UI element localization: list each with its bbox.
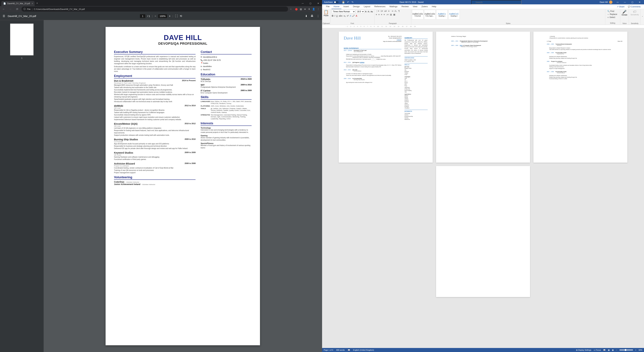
minimize-icon[interactable]: — xyxy=(299,1,307,6)
italic-icon[interactable]: I xyxy=(334,15,335,17)
ribbon-tab-view[interactable]: View xyxy=(411,4,420,9)
style-normal[interactable]: AaBbCcDc¶ Normal xyxy=(412,10,424,20)
toggle-icon[interactable] xyxy=(334,1,338,3)
underline-icon[interactable]: U xyxy=(336,15,338,17)
indent-left-icon[interactable]: ⇤ xyxy=(388,10,390,12)
collapse-ribbon-icon[interactable]: ⌃ xyxy=(642,16,643,18)
zoom-slider[interactable] xyxy=(620,350,633,350)
strikethrough-icon[interactable]: abc xyxy=(339,15,343,17)
text-effects-icon[interactable]: A xyxy=(350,15,351,17)
ribbon-tab-home[interactable]: Home xyxy=(332,4,342,9)
ext-icon[interactable]: ⬤ xyxy=(295,8,298,11)
ribbon-tab-review[interactable]: Review xyxy=(400,4,411,9)
zoom-out-icon[interactable]: − xyxy=(154,15,156,18)
bullets-icon[interactable]: ⋮≡ xyxy=(376,10,379,12)
minimize-icon[interactable]: — xyxy=(621,1,628,3)
paste-label[interactable]: Paste xyxy=(324,15,329,17)
star-icon[interactable]: ☆ xyxy=(290,8,292,10)
replace-button[interactable]: ↔ Replace xyxy=(606,13,619,16)
ext-icon[interactable]: ★ xyxy=(304,8,306,11)
ribbon-tab-layout[interactable]: Layout xyxy=(362,4,372,9)
shrink-font-icon[interactable]: A↓ xyxy=(368,11,370,13)
fit-page-icon[interactable]: ⛶ xyxy=(175,15,178,18)
read-mode-icon[interactable]: 📖 xyxy=(603,349,606,351)
font-name-select[interactable]: Times New Roman xyxy=(332,10,355,14)
ribbon-tab-mailings[interactable]: Mailings xyxy=(388,4,400,9)
reload-icon[interactable]: ⟳ xyxy=(15,8,20,11)
page-indicator[interactable]: Page 1 of 4 xyxy=(324,349,333,351)
line-spacing-icon[interactable]: ↕≡ xyxy=(386,13,388,16)
select-button[interactable]: ▭ Select xyxy=(606,16,619,19)
align-right-icon[interactable]: ≡ xyxy=(381,13,382,16)
word-count[interactable]: 400 words xyxy=(336,349,345,351)
grow-font-icon[interactable]: A↑ xyxy=(365,11,367,13)
ribbon-tab-design[interactable]: Design xyxy=(351,4,362,9)
rotate-icon[interactable]: ⟲ xyxy=(180,15,182,18)
document-canvas[interactable]: Dave Hill Tel: +353 (0) 87 254 3170 Emai… xyxy=(322,28,644,348)
ext-icon[interactable]: ⬇ xyxy=(308,8,310,11)
more-icon[interactable]: ⋮ xyxy=(317,15,320,18)
address-bar[interactable]: ⓘ File | C:/Users/david/Downloads/DaveHi… xyxy=(22,7,288,12)
shading-icon[interactable]: ▨ xyxy=(390,13,392,16)
redo-icon[interactable]: ↷ xyxy=(352,1,354,4)
page-current-input[interactable]: 1 xyxy=(140,14,145,18)
profile-icon[interactable]: 👤 xyxy=(312,8,315,11)
ribbon-tab-references[interactable]: References xyxy=(372,4,387,9)
zoom-level[interactable]: 100% xyxy=(158,14,167,18)
maximize-icon[interactable]: ▢ xyxy=(307,1,314,6)
show-marks-icon[interactable]: ¶ xyxy=(398,10,400,12)
user-block[interactable]: Dave Hill xyxy=(600,1,614,4)
close-icon[interactable]: ✕ xyxy=(636,1,643,3)
font-size-select[interactable]: 18.5 xyxy=(356,10,364,14)
change-case-icon[interactable]: Aa xyxy=(370,11,373,13)
highlight-icon[interactable]: 🖍 xyxy=(352,15,355,17)
borders-icon[interactable]: ▦ xyxy=(393,13,395,16)
ribbon-tab-insert[interactable]: Insert xyxy=(342,4,351,9)
print-icon[interactable]: 🖶 xyxy=(311,15,313,18)
find-button[interactable]: 🔍 Find xyxy=(606,10,619,13)
menu-icon[interactable]: ☰ xyxy=(3,15,5,18)
maximize-icon[interactable]: ▢ xyxy=(628,1,636,3)
paste-icon[interactable]: 📋 xyxy=(324,10,329,15)
multilevel-icon[interactable]: a≡ xyxy=(384,10,387,12)
spell-check-icon[interactable]: 📖 xyxy=(348,349,350,351)
zoom-percent[interactable]: 60% xyxy=(639,349,642,351)
bold-icon[interactable]: B xyxy=(332,15,334,17)
dictate-icon[interactable]: 🎤 xyxy=(622,10,628,14)
focus-mode[interactable]: ▭ Focus xyxy=(594,349,601,351)
save-icon[interactable]: 💾 xyxy=(342,1,345,4)
font-color-icon[interactable]: A xyxy=(356,15,357,17)
indent-right-icon[interactable]: ⇥ xyxy=(392,10,393,12)
new-tab-button[interactable]: + xyxy=(34,0,40,6)
web-layout-icon[interactable]: ▦ xyxy=(612,349,614,351)
print-layout-icon[interactable]: ▦ xyxy=(608,349,610,351)
back-icon[interactable]: ← xyxy=(1,8,6,11)
menu-icon[interactable]: ⋮ xyxy=(317,8,320,11)
forward-icon[interactable]: → xyxy=(8,8,13,11)
style-heading2[interactable]: AaBbCcCHeading 2 xyxy=(448,10,460,20)
style-heading1[interactable]: AaBbCcHeading 1 xyxy=(436,10,448,20)
download-icon[interactable]: ⬇ xyxy=(305,15,307,18)
page-thumbnail[interactable] xyxy=(10,24,34,55)
share-button[interactable]: ↗ Share xyxy=(616,5,626,9)
close-icon[interactable]: ✕ xyxy=(314,1,322,6)
subscript-icon[interactable]: x₂ xyxy=(344,15,346,17)
style-nospac[interactable]: AaBbCcDc¶ No Spac... xyxy=(424,10,436,20)
ext-icon[interactable]: ▦ xyxy=(300,8,302,11)
ruler[interactable]: · · 1 · · · 2 · · · 3 · · · 4 · · · 5 · … xyxy=(322,25,644,28)
browser-tab[interactable]: 📄 DaveHill_CV_Mar_20.pdf ✕ xyxy=(1,1,34,6)
sort-icon[interactable]: A↓ xyxy=(394,10,397,12)
close-tab-icon[interactable]: ✕ xyxy=(32,2,33,5)
undo-icon[interactable]: ↶ xyxy=(347,1,349,4)
display-settings[interactable]: ⊞ Display Settings xyxy=(576,349,591,351)
zoom-out-icon[interactable]: − xyxy=(616,349,617,351)
autosave-toggle[interactable]: AutoSave xyxy=(323,1,340,3)
justify-icon[interactable]: ≡ xyxy=(384,13,385,16)
numbering-icon[interactable]: 1≡ xyxy=(380,10,383,12)
comments-button[interactable]: 💬 Comments xyxy=(626,5,642,9)
superscript-icon[interactable]: x² xyxy=(347,15,349,17)
ribbon-tab-file[interactable]: File xyxy=(324,4,332,9)
zoom-in-icon[interactable]: + xyxy=(635,349,636,351)
align-left-icon[interactable]: ≡ xyxy=(376,13,377,16)
pdf-page-area[interactable]: DAVE HILL DEVOPS/QA PROFESSIONAL Executi… xyxy=(44,20,322,352)
